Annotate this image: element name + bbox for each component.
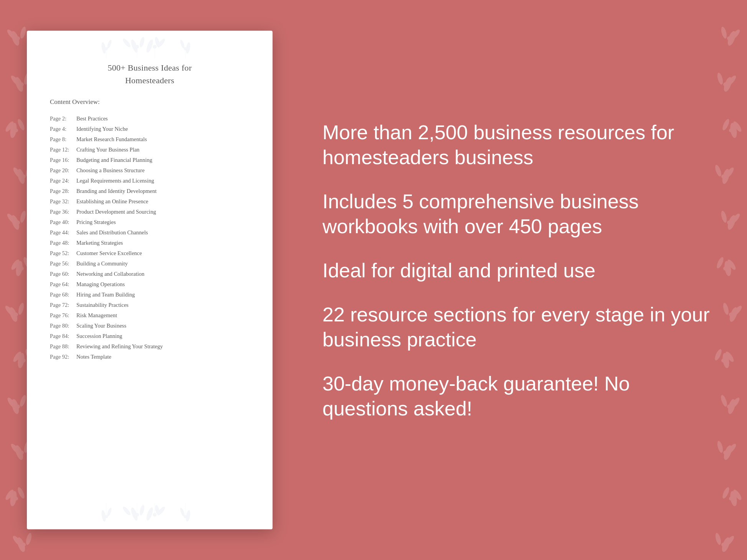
toc-item: Page 68:Hiring and Team Building — [50, 290, 250, 300]
toc-item-title: Branding and Identity Development — [76, 188, 157, 194]
toc-item: Page 72:Sustainability Practices — [50, 300, 250, 310]
toc-item: Page 32:Establishing an Online Presence — [50, 196, 250, 207]
feature-text-5: 30-day money-back guarantee! No question… — [322, 371, 716, 421]
toc-item-title: Establishing an Online Presence — [76, 198, 148, 205]
toc-item-title: Budgeting and Financial Planning — [76, 157, 152, 163]
toc-page-number: Page 92: — [50, 354, 75, 360]
toc-item: Page 36:Product Development and Sourcing — [50, 207, 250, 217]
svg-point-108 — [179, 39, 185, 49]
toc-item-title: Pricing Strategies — [76, 219, 116, 226]
toc-item-title: Identifying Your Niche — [76, 126, 128, 132]
svg-point-116 — [122, 506, 132, 516]
toc-page-number: Page 84: — [50, 333, 75, 339]
toc-page-number: Page 32: — [50, 198, 75, 205]
toc-item-title: Best Practices — [76, 115, 108, 122]
toc-item-title: Legal Requirements and Licensing — [76, 178, 154, 184]
toc-item-title: Building a Community — [76, 260, 128, 267]
toc-item-title: Product Development and Sourcing — [76, 209, 156, 215]
toc-item: Page 88:Reviewing and Refining Your Stra… — [50, 341, 250, 352]
feature-text-3: Ideal for digital and printed use — [322, 258, 716, 283]
toc-page-number: Page 16: — [50, 157, 75, 163]
toc-page-number: Page 12: — [50, 147, 75, 153]
toc-item: Page 20:Choosing a Business Structure — [50, 165, 250, 176]
svg-point-123 — [106, 507, 112, 517]
toc-item: Page 48:Marketing Strategies — [50, 238, 250, 248]
toc-item: Page 80:Scaling Your Business — [50, 321, 250, 331]
doc-floral-top — [27, 31, 273, 61]
toc-item-title: Market Research Fundamentals — [76, 136, 147, 143]
toc-item: Page 44:Sales and Distribution Channels — [50, 227, 250, 238]
toc-item: Page 60:Networking and Collaboration — [50, 269, 250, 279]
toc-page-number: Page 76: — [50, 312, 75, 319]
table-of-contents: Page 2:Best PracticesPage 4:Identifying … — [50, 114, 250, 362]
toc-item-title: Sustainability Practices — [76, 302, 129, 308]
toc-page-number: Page 28: — [50, 188, 75, 194]
toc-item-title: Customer Service Excellence — [76, 250, 142, 257]
toc-item-title: Marketing Strategies — [76, 240, 123, 246]
toc-page-number: Page 64: — [50, 281, 75, 288]
svg-point-105 — [106, 39, 112, 49]
toc-page-number: Page 24: — [50, 178, 75, 184]
toc-item-title: Sales and Distribution Channels — [76, 229, 148, 236]
toc-item: Page 92:Notes Template — [50, 352, 250, 362]
toc-item-title: Choosing a Business Structure — [76, 167, 145, 174]
toc-page-number: Page 72: — [50, 302, 75, 308]
toc-item-title: Risk Management — [76, 312, 117, 319]
toc-item: Page 24:Legal Requirements and Licensing — [50, 176, 250, 186]
toc-page-number: Page 56: — [50, 260, 75, 267]
toc-item: Page 76:Risk Management — [50, 310, 250, 321]
toc-item: Page 40:Pricing Strategies — [50, 217, 250, 227]
toc-page-number: Page 36: — [50, 209, 75, 215]
feature-text-2: Includes 5 comprehensive business workbo… — [322, 189, 716, 239]
doc-floral-bottom — [27, 499, 273, 529]
svg-point-126 — [179, 507, 185, 517]
toc-item: Page 16:Budgeting and Financial Planning — [50, 155, 250, 165]
toc-item: Page 12:Crafting Your Business Plan — [50, 145, 250, 155]
svg-point-118 — [145, 507, 154, 521]
toc-page-number: Page 20: — [50, 167, 75, 174]
toc-item-title: Scaling Your Business — [76, 323, 126, 329]
toc-page-number: Page 60: — [50, 271, 75, 277]
toc-item: Page 64:Managing Operations — [50, 279, 250, 290]
toc-item: Page 52:Customer Service Excellence — [50, 248, 250, 259]
toc-item-title: Reviewing and Refining Your Strategy — [76, 343, 163, 350]
feature-text-1: More than 2,500 business resources for h… — [322, 120, 716, 170]
toc-page-number: Page 48: — [50, 240, 75, 246]
toc-item: Page 56:Building a Community — [50, 259, 250, 269]
toc-page-number: Page 8: — [50, 136, 75, 143]
content-overview-label: Content Overview: — [50, 98, 250, 106]
svg-point-98 — [122, 38, 132, 48]
toc-item: Page 28:Branding and Identity Developmen… — [50, 186, 250, 196]
toc-page-number: Page 88: — [50, 343, 75, 350]
toc-item: Page 4:Identifying Your Niche — [50, 124, 250, 134]
toc-item: Page 84:Succession Planning — [50, 331, 250, 341]
left-panel: 500+ Business Ideas for Homesteaders Con… — [0, 0, 299, 560]
toc-item-title: Hiring and Team Building — [76, 292, 135, 298]
toc-page-number: Page 40: — [50, 219, 75, 226]
toc-page-number: Page 80: — [50, 323, 75, 329]
toc-item-title: Crafting Your Business Plan — [76, 147, 139, 153]
svg-point-97 — [139, 36, 145, 48]
toc-item-title: Managing Operations — [76, 281, 125, 288]
toc-item: Page 8:Market Research Fundamentals — [50, 134, 250, 145]
doc-title: 500+ Business Ideas for Homesteaders — [50, 61, 250, 87]
right-panel: More than 2,500 business resources for h… — [299, 0, 747, 560]
toc-page-number: Page 52: — [50, 250, 75, 257]
toc-page-number: Page 2: — [50, 115, 75, 122]
toc-page-number: Page 68: — [50, 292, 75, 298]
toc-page-number: Page 4: — [50, 126, 75, 132]
toc-item-title: Succession Planning — [76, 333, 122, 339]
toc-page-number: Page 44: — [50, 229, 75, 236]
feature-text-4: 22 resource sections for every stage in … — [322, 302, 716, 352]
toc-item-title: Notes Template — [76, 354, 111, 360]
document-preview: 500+ Business Ideas for Homesteaders Con… — [27, 31, 273, 529]
svg-point-115 — [139, 504, 145, 516]
toc-item-title: Networking and Collaboration — [76, 271, 144, 277]
svg-point-100 — [145, 39, 154, 53]
toc-item: Page 2:Best Practices — [50, 114, 250, 124]
